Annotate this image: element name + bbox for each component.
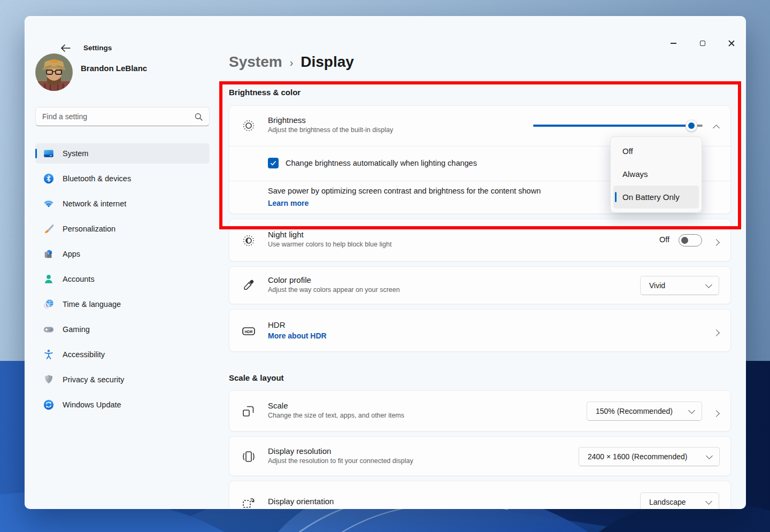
close-button[interactable] xyxy=(719,35,744,51)
sidebar-item-privacy-security[interactable]: Privacy & security xyxy=(35,369,210,390)
scale-chevron xyxy=(714,408,719,418)
scale-dropdown[interactable]: 150% (Recommended) xyxy=(587,402,702,421)
chevron-right-icon xyxy=(713,239,720,246)
sidebar-item-windows-update[interactable]: Windows Update xyxy=(35,395,210,415)
scale-value: 150% (Recommended) xyxy=(596,407,673,415)
apps-icon xyxy=(42,248,55,260)
brightness-subtitle: Adjust the brightness of the built-in di… xyxy=(268,126,393,134)
system-icon xyxy=(42,147,55,160)
breadcrumb: System › Display xyxy=(229,53,354,71)
search-icon xyxy=(195,113,203,121)
avatar[interactable] xyxy=(35,53,73,91)
chevron-right-icon xyxy=(713,329,720,336)
display-resolution-dropdown[interactable]: 2400 × 1600 (Recommended) xyxy=(579,447,720,466)
flyout-option-off[interactable]: Off xyxy=(613,140,699,163)
update-icon xyxy=(42,398,55,411)
sidebar-item-label: Personalization xyxy=(63,225,116,233)
checkmark-icon xyxy=(270,159,277,167)
scale-title: Scale xyxy=(268,401,404,410)
close-icon xyxy=(728,40,735,47)
toggle-knob xyxy=(681,237,688,244)
flyout-option-on-battery-only[interactable]: On Battery Only xyxy=(613,186,699,209)
night-light-icon xyxy=(242,234,256,248)
app-title: Settings xyxy=(83,44,112,52)
back-arrow-icon xyxy=(60,44,71,52)
sidebar-item-apps[interactable]: Apps xyxy=(35,244,210,264)
bluetooth-icon xyxy=(42,172,55,185)
sidebar-item-time-language[interactable]: Time & language xyxy=(35,294,210,314)
sidebar-item-label: Apps xyxy=(63,250,80,258)
slider-fill xyxy=(533,125,691,127)
wifi-icon xyxy=(42,197,55,210)
display-resolution-value: 2400 × 1600 (Recommended) xyxy=(588,452,687,461)
flyout-option-always[interactable]: Always xyxy=(613,163,699,186)
display-resolution-subtitle: Adjust the resolution to fit your connec… xyxy=(268,457,413,465)
save-power-text: Save power by optimizing screen contrast… xyxy=(268,187,541,195)
night-light-chevron xyxy=(714,237,719,247)
hdr-badge-text: HDR xyxy=(244,330,252,334)
brightness-icon xyxy=(242,119,256,133)
hdr-chevron xyxy=(714,328,719,337)
sidebar-item-label: Bluetooth & devices xyxy=(63,174,131,183)
display-orientation-dropdown[interactable]: Landscape xyxy=(640,492,719,509)
content-brightness-flyout: Off Always On Battery Only xyxy=(610,136,702,213)
sidebar-item-personalization[interactable]: Personalization xyxy=(35,219,210,239)
maximize-button[interactable] xyxy=(690,35,715,51)
display-orientation-title: Display orientation xyxy=(268,497,334,506)
sidebar-item-accounts[interactable]: Accounts xyxy=(35,269,210,289)
brightness-title: Brightness xyxy=(268,115,393,125)
sidebar-item-gaming[interactable]: Gaming xyxy=(35,319,210,340)
display-orientation-icon xyxy=(242,496,256,509)
color-profile-title: Color profile xyxy=(268,275,400,284)
sidebar-nav: System Bluetooth & devices Network & int… xyxy=(35,143,210,420)
breadcrumb-system[interactable]: System xyxy=(229,53,282,71)
brightness-expander[interactable] xyxy=(714,123,719,133)
sidebar-item-label: Accessibility xyxy=(63,350,105,359)
gamepad-icon xyxy=(42,323,55,336)
search-input[interactable]: Find a setting xyxy=(35,107,210,126)
scale-subtitle: Change the size of text, apps, and other… xyxy=(268,412,404,419)
more-about-hdr-link[interactable]: More about HDR xyxy=(268,331,327,340)
color-profile-card: Color profile Adjust the way colors appe… xyxy=(229,266,731,304)
scale-icon xyxy=(242,404,256,418)
search-placeholder: Find a setting xyxy=(42,112,195,121)
back-button[interactable] xyxy=(57,41,74,56)
sidebar-item-network-internet[interactable]: Network & internet xyxy=(35,194,210,214)
slider-thumb[interactable] xyxy=(686,120,697,132)
sidebar-item-system[interactable]: System xyxy=(35,143,210,164)
display-resolution-card: Display resolution Adjust the resolution… xyxy=(229,436,731,476)
hdr-icon: HDR xyxy=(242,324,256,338)
sidebar-item-label: Windows Update xyxy=(63,400,121,409)
scale-card[interactable]: Scale Change the size of text, apps, and… xyxy=(229,390,731,431)
color-profile-dropdown[interactable]: Vivid xyxy=(640,276,719,295)
chevron-down-icon xyxy=(705,498,712,505)
night-light-card[interactable]: Night light Use warmer colors to help bl… xyxy=(229,219,731,261)
auto-brightness-checkbox[interactable] xyxy=(268,158,279,168)
breadcrumb-separator: › xyxy=(290,55,294,69)
brightness-slider[interactable] xyxy=(533,120,703,132)
sidebar-item-label: Accounts xyxy=(63,275,95,283)
paintbrush-icon xyxy=(42,222,55,235)
display-resolution-title: Display resolution xyxy=(268,446,413,456)
night-light-title: Night light xyxy=(268,230,391,239)
sidebar-item-label: System xyxy=(63,149,88,158)
minimize-button[interactable] xyxy=(661,35,686,51)
night-light-state: Off xyxy=(659,235,669,244)
learn-more-link[interactable]: Learn more xyxy=(268,199,309,207)
settings-window: Settings Brandon LeBlanc Find a setting xyxy=(25,16,746,509)
chevron-down-icon xyxy=(706,452,713,459)
maximize-icon xyxy=(700,41,705,46)
sidebar-item-label: Network & internet xyxy=(63,199,126,208)
night-light-toggle[interactable] xyxy=(679,234,702,246)
eyedropper-icon xyxy=(242,279,256,292)
avatar-image xyxy=(35,53,73,91)
chevron-up-icon xyxy=(713,125,720,132)
sidebar-item-accessibility[interactable]: Accessibility xyxy=(35,344,210,365)
night-light-subtitle: Use warmer colors to help block blue lig… xyxy=(268,241,391,248)
accounts-icon xyxy=(42,273,55,286)
sidebar-item-label: Privacy & security xyxy=(63,375,124,384)
sidebar-item-label: Time & language xyxy=(63,300,121,309)
accessibility-icon xyxy=(42,348,55,361)
sidebar-item-bluetooth-devices[interactable]: Bluetooth & devices xyxy=(35,168,210,189)
hdr-card[interactable]: HDR HDR More about HDR xyxy=(229,309,731,352)
